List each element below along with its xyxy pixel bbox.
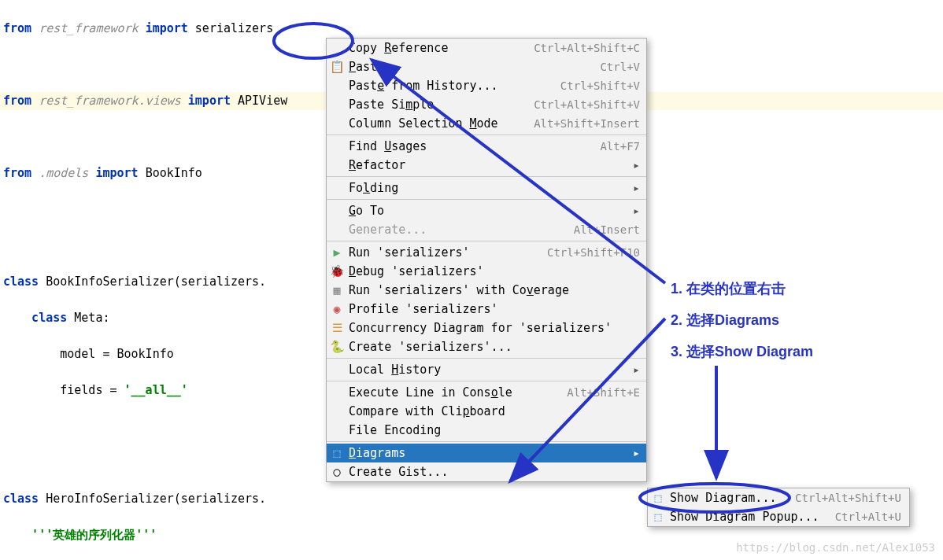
debug-icon: 🐞 (330, 264, 344, 278)
annotation-step2: 2. 选择Diagrams (671, 311, 779, 330)
menu-separator (327, 441, 646, 442)
menu-refactor[interactable]: Refactor▸ (327, 156, 646, 175)
menu-paste-simple[interactable]: Paste SimpleCtrl+Alt+Shift+V (327, 95, 646, 114)
concurrency-icon: ☰ (330, 321, 344, 335)
menu-profile[interactable]: ◉ Profile 'serializers' (327, 300, 646, 319)
menu-create-gist[interactable]: ◯ Create Gist... (327, 462, 646, 481)
diagram-icon: ⬚ (651, 491, 665, 505)
diagrams-submenu: ⬚ Show Diagram... Ctrl+Alt+Shift+U ⬚ Sho… (647, 488, 910, 527)
run-icon: ▶ (330, 245, 344, 260)
menu-diagrams[interactable]: ⬚ Diagrams▸ (327, 444, 646, 462)
menu-copy-reference[interactable]: Copy ReferenceCtrl+Alt+Shift+C (327, 39, 646, 57)
menu-compare-clipboard[interactable]: Compare with Clipboard (327, 402, 646, 421)
menu-local-history[interactable]: Local History▸ (327, 360, 646, 379)
profile-icon: ◉ (330, 302, 344, 316)
menu-separator (327, 134, 646, 135)
diagram-popup-icon: ⬚ (651, 510, 665, 524)
menu-concurrency[interactable]: ☰ Concurrency Diagram for 'serializers' (327, 319, 646, 337)
annotation-step1: 1. 在类的位置右击 (671, 279, 786, 298)
context-menu: Copy ReferenceCtrl+Alt+Shift+C 📋 PasteCt… (326, 38, 647, 482)
menu-paste-history[interactable]: Paste from History...Ctrl+Shift+V (327, 76, 646, 95)
code-line: from rest_framework import serializers (0, 20, 943, 38)
menu-debug[interactable]: 🐞 Debug 'serializers' (327, 262, 646, 281)
chevron-right-icon: ▸ (633, 446, 640, 460)
annotation-step3: 3. 选择Show Diagram (671, 342, 813, 361)
menu-folding[interactable]: Folding▸ (327, 179, 646, 197)
submenu-show-diagram-popup[interactable]: ⬚ Show Diagram Popup... Ctrl+Alt+U (648, 507, 909, 526)
diagram-icon: ⬚ (330, 446, 344, 460)
menu-file-encoding[interactable]: File Encoding (327, 421, 646, 440)
menu-create[interactable]: 🐍 Create 'serializers'... (327, 337, 646, 356)
menu-column-selection[interactable]: Column Selection ModeAlt+Shift+Insert (327, 114, 646, 133)
submenu-show-diagram[interactable]: ⬚ Show Diagram... Ctrl+Alt+Shift+U (648, 488, 909, 507)
paste-icon: 📋 (330, 60, 344, 74)
chevron-right-icon: ▸ (633, 363, 640, 377)
menu-separator (327, 199, 646, 200)
menu-find-usages[interactable]: Find UsagesAlt+F7 (327, 137, 646, 156)
menu-separator (327, 381, 646, 381)
chevron-right-icon: ▸ (633, 158, 640, 172)
watermark: https://blog.csdn.net/Alex1053 (736, 541, 935, 554)
menu-goto[interactable]: Go To▸ (327, 201, 646, 220)
menu-execute-line[interactable]: Execute Line in ConsoleAlt+Shift+E (327, 383, 646, 402)
menu-run[interactable]: ▶ Run 'serializers'Ctrl+Shift+F10 (327, 243, 646, 262)
chevron-right-icon: ▸ (633, 181, 640, 195)
chevron-right-icon: ▸ (633, 204, 640, 218)
menu-generate[interactable]: Generate...Alt+Insert (327, 220, 646, 239)
github-icon: ◯ (330, 465, 344, 479)
menu-run-coverage[interactable]: ▦ Run 'serializers' with Coverage (327, 281, 646, 300)
coverage-icon: ▦ (330, 283, 344, 297)
python-icon: 🐍 (330, 340, 344, 354)
menu-separator (327, 358, 646, 359)
menu-paste[interactable]: 📋 PasteCtrl+V (327, 57, 646, 76)
menu-separator (327, 176, 646, 177)
menu-separator (327, 241, 646, 241)
